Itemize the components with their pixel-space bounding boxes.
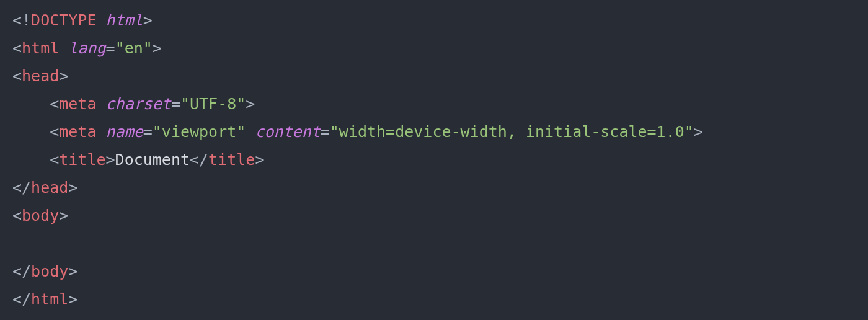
attr-content: content: [255, 123, 320, 141]
attr-val-utf8: "UTF-8": [180, 95, 246, 113]
bracket-open-slash: </: [12, 290, 31, 308]
code-line-doctype[interactable]: <!DOCTYPE html>: [12, 6, 856, 34]
equals: =: [106, 39, 115, 57]
attr-name: name: [106, 123, 143, 141]
bracket-open: <: [12, 67, 22, 85]
space: [246, 123, 255, 141]
bracket-open: <: [12, 39, 22, 57]
equals: =: [321, 123, 330, 141]
space: [96, 95, 105, 113]
bracket-open: <!: [12, 11, 31, 29]
equals: =: [171, 95, 180, 113]
attr-lang: lang: [68, 39, 105, 57]
tag-html-close: html: [31, 290, 68, 308]
tag-body-close: body: [31, 262, 68, 280]
attr-val-viewport: "viewport": [153, 123, 246, 141]
bracket-open: <: [50, 151, 59, 169]
bracket-close: >: [153, 39, 162, 57]
tag-title-close: title: [208, 151, 255, 169]
bracket-open-slash: </: [190, 151, 208, 169]
tag-html: html: [22, 39, 59, 57]
bracket-close: >: [68, 179, 78, 197]
code-line-meta-viewport[interactable]: <meta name="viewport" content="width=dev…: [12, 118, 856, 146]
tag-meta: meta: [59, 123, 96, 141]
bracket-close: >: [143, 11, 153, 29]
space: [96, 123, 105, 141]
bracket-close: >: [106, 151, 115, 169]
tag-head-close: head: [31, 179, 68, 197]
code-line-meta-charset[interactable]: <meta charset="UTF-8">: [12, 90, 856, 118]
code-line-html-close[interactable]: </html>: [12, 285, 856, 313]
bracket-close: >: [694, 123, 703, 141]
bracket-close: >: [59, 67, 68, 85]
attr-charset: charset: [106, 95, 171, 113]
equals: =: [143, 123, 153, 141]
bracket-open-slash: </: [12, 179, 31, 197]
doctype-attr: html: [106, 11, 143, 29]
bracket-open: <: [50, 123, 59, 141]
doctype-keyword: DOCTYPE: [31, 11, 96, 29]
code-line-head-close[interactable]: </head>: [12, 174, 856, 202]
tag-meta: meta: [59, 95, 96, 113]
title-text: Document: [115, 151, 190, 169]
bracket-close: >: [255, 151, 264, 169]
code-line-body-close[interactable]: </body>: [12, 257, 856, 285]
tag-title: title: [59, 151, 105, 169]
bracket-open-slash: </: [12, 262, 31, 280]
tag-body: body: [22, 207, 59, 224]
bracket-open: <: [12, 207, 22, 224]
attr-val-en: "en": [115, 39, 153, 57]
bracket-close: >: [59, 207, 68, 224]
space: [59, 39, 68, 57]
space: [96, 11, 105, 29]
code-line-html-open[interactable]: <html lang="en">: [12, 34, 856, 62]
code-line-title[interactable]: <title>Document</title>: [12, 146, 856, 174]
code-line-head-open[interactable]: <head>: [12, 62, 856, 90]
code-line-body-open[interactable]: <body>: [12, 202, 856, 229]
tag-head: head: [22, 67, 59, 85]
bracket-close: >: [68, 262, 78, 280]
bracket-close: >: [68, 290, 78, 308]
attr-val-content: "width=device-width, initial-scale=1.0": [330, 123, 694, 141]
code-line-blank[interactable]: [12, 229, 856, 257]
bracket-open: <: [50, 95, 59, 113]
bracket-close: >: [246, 95, 255, 113]
